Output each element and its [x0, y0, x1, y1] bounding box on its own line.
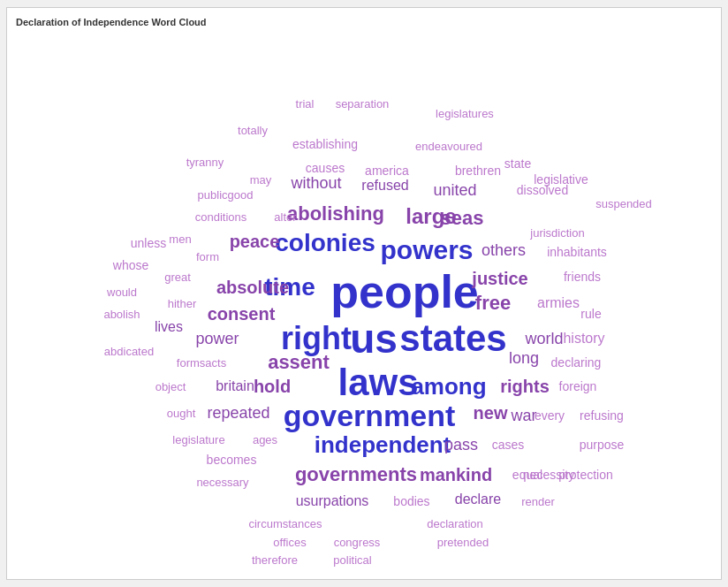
word-item: united: [433, 181, 476, 200]
word-item: offices: [273, 536, 306, 549]
word-item: trial: [296, 97, 315, 111]
word-item: suspended: [595, 197, 652, 210]
word-item: friends: [564, 270, 601, 284]
word-item: repeated: [207, 404, 269, 423]
word-item: others: [482, 241, 526, 260]
word-item: separation: [336, 97, 390, 111]
word-item: absolute: [216, 278, 289, 298]
word-item: men: [169, 233, 191, 246]
word-item: pretended: [437, 536, 489, 549]
word-item: congress: [334, 536, 381, 549]
word-item: seas: [441, 207, 484, 230]
word-item: refused: [361, 178, 408, 194]
word-item: render: [521, 495, 555, 508]
word-item: long: [509, 349, 539, 368]
word-item: tyranny: [186, 156, 224, 169]
word-item: totally: [238, 124, 268, 137]
word-item: brethren: [455, 164, 501, 178]
word-item: without: [291, 174, 341, 193]
word-item: usurpations: [296, 493, 369, 509]
word-item: colonies: [275, 229, 375, 257]
word-item: would: [107, 286, 137, 299]
word-item: governments: [295, 463, 417, 486]
word-item: great: [164, 271, 191, 284]
word-item: bodies: [393, 494, 429, 508]
word-item: foreign: [559, 379, 597, 393]
word-item: circumstances: [248, 517, 322, 530]
word-item: independent: [315, 431, 451, 459]
word-item: peace: [230, 232, 280, 252]
word-item: purpose: [580, 438, 625, 452]
word-item: among: [411, 373, 486, 400]
word-item: assent: [268, 351, 330, 374]
word-item: people: [330, 265, 479, 318]
word-item: hold: [254, 377, 291, 397]
word-item: ages: [253, 433, 277, 446]
word-item: refusing: [580, 408, 624, 423]
word-item: legislatures: [436, 107, 494, 120]
word-item: endeavoured: [415, 140, 482, 153]
word-item: world: [525, 330, 563, 348]
word-item: lives: [155, 319, 183, 335]
word-item: whose: [113, 258, 148, 272]
word-item: alter: [274, 210, 296, 224]
word-item: may: [250, 173, 272, 187]
word-item: every: [535, 408, 565, 423]
word-item: america: [365, 164, 409, 178]
word-item: abdicated: [104, 345, 154, 358]
word-item: cases: [492, 438, 525, 452]
word-item: declaring: [551, 355, 602, 370]
word-item: new: [474, 403, 508, 423]
word-item: consent: [208, 304, 276, 324]
word-item: necessary: [196, 476, 248, 489]
word-item: us: [350, 315, 398, 362]
word-item: protection: [558, 468, 612, 482]
word-item: publicgood: [198, 188, 254, 202]
word-item: war: [511, 407, 536, 425]
word-item: equal: [512, 468, 542, 482]
word-cloud-card: Declaration of Independence Word Cloud p…: [6, 7, 722, 580]
word-item: political: [333, 553, 371, 567]
word-item: becomes: [207, 453, 257, 467]
word-item: ought: [167, 407, 196, 420]
word-item: establishing: [292, 137, 358, 151]
word-item: conditions: [195, 210, 247, 224]
word-item: abolish: [103, 308, 140, 321]
word-item: rule: [580, 307, 601, 321]
word-item: form: [196, 250, 219, 263]
word-item: legislature: [172, 433, 224, 446]
word-item: armies: [537, 295, 580, 311]
word-cloud-container: peopleusstateslawsgovernmentrightpowersc…: [16, 31, 712, 570]
word-item: declare: [455, 492, 501, 507]
word-item: mankind: [420, 465, 492, 485]
word-item: power: [195, 330, 239, 348]
word-item: state: [504, 156, 531, 171]
word-item: declaration: [427, 517, 483, 530]
word-item: legislative: [534, 172, 588, 187]
word-item: powers: [380, 235, 473, 265]
word-item: rights: [500, 377, 550, 397]
word-item: history: [563, 331, 604, 347]
word-item: pass: [444, 436, 478, 454]
word-item: unless: [131, 236, 166, 250]
word-item: britain: [216, 378, 254, 394]
word-item: therefore: [252, 553, 298, 567]
word-item: object: [155, 380, 186, 393]
word-item: states: [399, 317, 506, 360]
word-item: formsacts: [177, 356, 226, 370]
word-item: government: [284, 399, 456, 433]
word-item: free: [475, 292, 511, 315]
word-item: inhabitants: [547, 245, 607, 259]
word-item: justice: [472, 269, 527, 289]
chart-title: Declaration of Independence Word Cloud: [16, 17, 712, 27]
word-item: hither: [168, 297, 197, 310]
word-item: abolishing: [287, 202, 384, 225]
word-item: jurisdiction: [530, 226, 584, 240]
